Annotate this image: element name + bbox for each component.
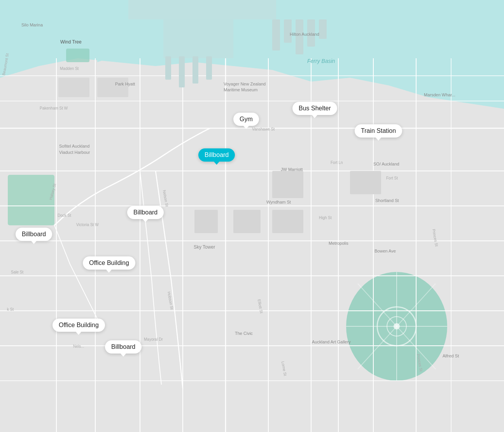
svg-text:Bowen Ave: Bowen Ave (374, 249, 396, 253)
map-container: Silo Marina Wind Tree Hilton Auckland Fe… (0, 0, 504, 432)
svg-rect-46 (192, 56, 198, 84)
svg-rect-5 (163, 19, 233, 58)
svg-text:Dock St: Dock St (58, 213, 71, 218)
svg-rect-4 (128, 0, 276, 19)
svg-rect-42 (233, 210, 261, 233)
label-billboard-left[interactable]: Billboard (16, 228, 52, 241)
svg-text:JW Marriott: JW Marriott (281, 167, 303, 172)
label-bus-shelter[interactable]: Bus Shelter (292, 102, 337, 115)
svg-text:Nels...: Nels... (73, 344, 84, 348)
svg-text:Fort Ln: Fort Ln (331, 160, 343, 165)
svg-text:Silo Marina: Silo Marina (21, 23, 43, 27)
svg-text:k St: k St (7, 307, 14, 312)
svg-rect-49 (284, 19, 292, 43)
svg-text:Alfred St: Alfred St (443, 354, 459, 358)
svg-text:Maritime Museum: Maritime Museum (224, 87, 257, 92)
svg-text:Sale St: Sale St (11, 270, 23, 274)
svg-text:Auckland Art Gallery: Auckland Art Gallery (312, 340, 351, 344)
svg-text:Madden St: Madden St (60, 66, 79, 71)
svg-text:Wind Tree: Wind Tree (60, 39, 82, 45)
svg-text:Ferry Basin: Ferry Basin (307, 58, 335, 64)
svg-text:Mayoral Dr: Mayoral Dr (144, 337, 163, 341)
svg-rect-50 (296, 19, 303, 54)
svg-text:Sky Tower: Sky Tower (194, 244, 215, 250)
svg-rect-47 (206, 56, 212, 80)
svg-text:Viaduct Harbour: Viaduct Harbour (59, 150, 90, 155)
svg-rect-15 (66, 49, 89, 62)
label-gym[interactable]: Gym (233, 113, 259, 126)
svg-text:Fort St: Fort St (386, 176, 398, 180)
svg-text:Sofitel Auckland: Sofitel Auckland (59, 144, 89, 148)
svg-text:High St: High St (319, 216, 332, 220)
svg-marker-1 (0, 54, 504, 432)
svg-text:Park Hyatt: Park Hyatt (115, 82, 135, 86)
svg-text:Vanshawe St: Vanshawe St (252, 127, 275, 131)
svg-rect-38 (97, 78, 128, 97)
svg-rect-40 (350, 171, 381, 194)
label-office-building-1[interactable]: Office Building (83, 256, 135, 270)
label-train-station[interactable]: Train Station (355, 124, 402, 138)
svg-rect-52 (319, 19, 327, 39)
svg-rect-45 (179, 56, 185, 87)
svg-text:Metropolis: Metropolis (329, 241, 348, 246)
label-billboard-center[interactable]: Billboard (198, 148, 235, 162)
map-background: Silo Marina Wind Tree Hilton Auckland Fe… (0, 0, 504, 432)
svg-rect-6 (8, 175, 54, 225)
svg-rect-39 (272, 171, 303, 198)
svg-text:Wyndham St: Wyndham St (266, 200, 291, 204)
svg-rect-41 (194, 210, 218, 233)
label-billboard-bottom[interactable]: Billboard (105, 340, 142, 354)
svg-text:Shortland St: Shortland St (375, 198, 399, 203)
svg-text:Pakenham St W: Pakenham St W (40, 106, 68, 110)
svg-text:Victoria St W: Victoria St W (76, 223, 99, 227)
label-office-building-2[interactable]: Office Building (52, 319, 105, 332)
svg-text:SO/ Auckland: SO/ Auckland (373, 162, 399, 166)
svg-rect-43 (272, 210, 303, 233)
svg-text:Voyager New Zealand: Voyager New Zealand (224, 82, 266, 86)
svg-rect-48 (272, 19, 280, 51)
svg-text:Marsden Whar...: Marsden Whar... (424, 92, 455, 97)
label-billboard-mid[interactable]: Billboard (127, 206, 164, 219)
svg-text:The Civic: The Civic (235, 331, 253, 336)
svg-text:Hilton Auckland: Hilton Auckland (290, 32, 319, 37)
svg-rect-37 (58, 78, 89, 97)
svg-rect-44 (165, 56, 171, 80)
